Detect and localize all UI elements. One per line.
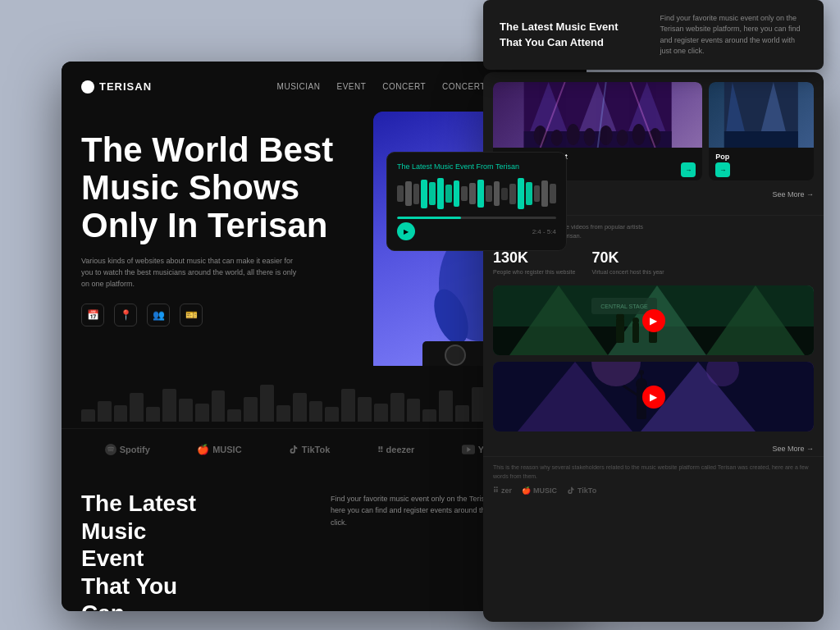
logo[interactable]: ♪ TERISAN bbox=[81, 80, 152, 94]
player-time: 2:4 - 5:4 bbox=[532, 228, 556, 235]
stats-row: 130K People who register this website 70… bbox=[493, 249, 814, 276]
see-more-videos[interactable]: See More → bbox=[483, 445, 824, 456]
svg-point-22 bbox=[600, 126, 613, 145]
stat-registrations: 130K People who register this website bbox=[493, 249, 575, 276]
svg-rect-40 bbox=[632, 322, 639, 343]
progress-bar[interactable] bbox=[397, 217, 556, 219]
icon-location[interactable]: 📍 bbox=[114, 304, 137, 326]
progress-fill bbox=[397, 217, 461, 219]
concert-image-1 bbox=[493, 82, 702, 148]
svg-point-41 bbox=[632, 317, 639, 324]
music-player-card: The Latest Music Event From Terisan bbox=[386, 152, 567, 251]
concert-arrow-btn-1[interactable]: → bbox=[681, 162, 696, 177]
bottom-right-text: This is the reason why several stakehold… bbox=[493, 463, 814, 481]
stat-value-1: 130K bbox=[493, 249, 575, 267]
stat-label-1: People who register this website bbox=[493, 268, 575, 276]
svg-point-21 bbox=[584, 128, 596, 146]
waveform bbox=[397, 177, 556, 210]
nav-links: MUSICIAN EVENT CONCERT CONCERT bbox=[277, 82, 486, 91]
svg-point-23 bbox=[617, 130, 628, 146]
bottom-title: The Latest Music Event That You Can Atte… bbox=[81, 490, 199, 611]
svg-rect-32 bbox=[724, 131, 798, 148]
svg-point-54 bbox=[639, 370, 644, 375]
svg-point-24 bbox=[632, 124, 646, 145]
svg-rect-38 bbox=[616, 318, 624, 343]
svg-point-19 bbox=[551, 130, 563, 146]
apple-music-small: 🍎 MUSIC bbox=[522, 486, 557, 495]
stat-concerts: 70K Virtual concert host this year bbox=[591, 249, 664, 276]
stat-value-2: 70K bbox=[591, 249, 664, 267]
play-button[interactable]: ▶ bbox=[397, 222, 415, 240]
stat-label-2: Virtual concert host this year bbox=[591, 268, 664, 276]
svg-point-8 bbox=[445, 345, 465, 365]
player-brand: Terisan bbox=[495, 162, 519, 171]
mini-card-top: The Latest Music Event That You Can Atte… bbox=[483, 0, 824, 70]
video-card-2[interactable]: ▶ bbox=[493, 362, 814, 431]
icon-people[interactable]: 👥 bbox=[147, 304, 170, 326]
concert-arrow-btn-2[interactable]: → bbox=[715, 162, 730, 177]
logo-text: TERISAN bbox=[99, 80, 152, 93]
hero-title: The World Best Music Shows Only In Teris… bbox=[81, 131, 349, 245]
mini-card-desc-block: Find your favorite music event only on t… bbox=[647, 13, 808, 57]
mini-card-description: Find your favorite music event only on t… bbox=[660, 13, 808, 57]
spotify-logo[interactable]: Spotify bbox=[105, 444, 150, 455]
play-circle-1[interactable]: ▶ bbox=[642, 309, 665, 332]
nav-event[interactable]: EVENT bbox=[337, 82, 367, 91]
deezer-small: ⠿ zer bbox=[493, 486, 512, 495]
mini-card-title: The Latest Music Event That You Can Atte… bbox=[500, 20, 647, 49]
player-title: The Latest Music Event From Terisan bbox=[397, 162, 556, 171]
svg-point-10 bbox=[105, 444, 116, 455]
play-circle-2[interactable]: ▶ bbox=[642, 386, 665, 409]
svg-point-20 bbox=[567, 124, 580, 145]
concert-card-pop: Pop → bbox=[709, 82, 814, 180]
tiktok-small: TikTo bbox=[567, 486, 596, 495]
deezer-logo[interactable]: ⠿ deezer bbox=[377, 445, 415, 454]
icon-calendar[interactable]: 📅 bbox=[81, 304, 104, 326]
hero-icons-row: 📅 📍 👥 🎫 bbox=[81, 304, 567, 326]
mini-card-title-block: The Latest Music Event That You Can Atte… bbox=[500, 20, 647, 49]
logo-icon: ♪ bbox=[81, 80, 94, 94]
icon-ticket[interactable]: 🎫 bbox=[180, 304, 203, 326]
concert-tickets-row-2: → bbox=[715, 162, 807, 177]
video-bg-2: ▶ bbox=[493, 362, 814, 431]
nav-musician[interactable]: MUSICIAN bbox=[277, 82, 321, 91]
svg-text:CENTRAL STAGE: CENTRAL STAGE bbox=[600, 304, 648, 309]
tiktok-logo[interactable]: TikTok bbox=[289, 444, 330, 455]
streaming-row-small: ⠿ zer 🍎 MUSIC TikTo bbox=[493, 486, 814, 495]
concert-name-2: Pop bbox=[715, 153, 807, 161]
nav-concert-2[interactable]: CONCERT bbox=[442, 82, 486, 91]
apple-music-logo[interactable]: 🍎 MUSIC bbox=[197, 444, 241, 455]
nav-concert-1[interactable]: CONCERT bbox=[382, 82, 426, 91]
bottom-right-section: This is the reason why several stakehold… bbox=[483, 456, 824, 499]
player-controls: ▶ 2:4 - 5:4 bbox=[397, 222, 556, 240]
hero-subtitle: Various kinds of websites about music th… bbox=[81, 255, 299, 290]
concert-card-footer-2: Pop → bbox=[709, 148, 814, 180]
